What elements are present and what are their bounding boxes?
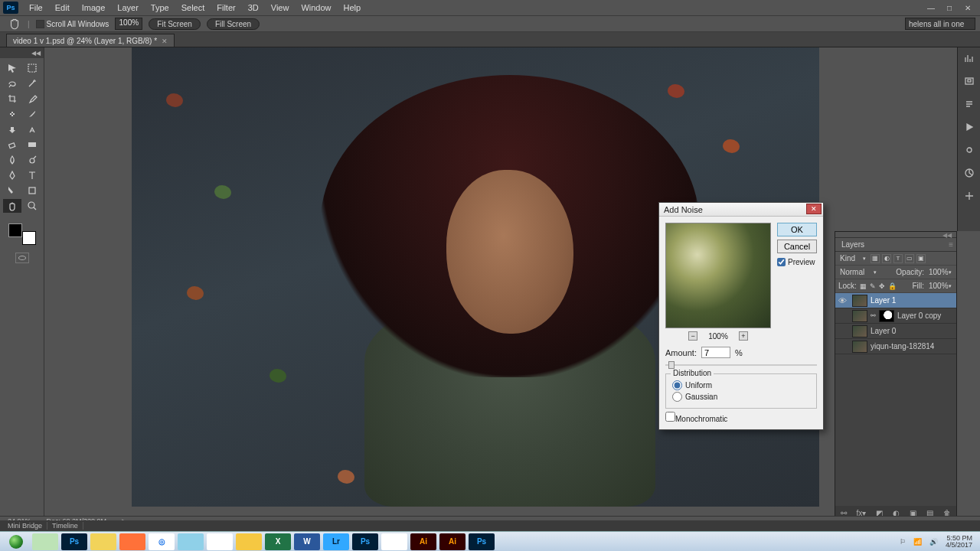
menu-layer[interactable]: Layer <box>111 2 145 14</box>
layer-item[interactable]: Layer 0 <box>835 324 956 339</box>
cancel-button[interactable]: Cancel <box>777 240 817 253</box>
preview-checkbox[interactable]: Preview <box>777 258 817 266</box>
taskbar-app[interactable]: Ps <box>61 533 87 550</box>
tray-network-icon[interactable]: 📶 <box>913 538 922 546</box>
adjust-icon[interactable] <box>963 167 975 179</box>
pen-tool[interactable] <box>3 168 21 182</box>
timeline-tab[interactable]: Timeline <box>47 522 83 530</box>
taskbar-app[interactable] <box>207 533 233 550</box>
gradient-tool[interactable] <box>23 138 41 152</box>
ok-button[interactable]: OK <box>777 223 817 236</box>
healing-tool[interactable] <box>3 107 21 121</box>
zoom-input[interactable]: 100% <box>115 18 142 30</box>
layer-kind-select[interactable]: Kind▾ <box>838 254 867 262</box>
layer-item[interactable]: yiqun-tang-182814 <box>835 339 956 354</box>
zoom-in-button[interactable]: + <box>739 331 748 341</box>
menu-filter[interactable]: Filter <box>211 2 241 14</box>
brush-tool[interactable] <box>23 107 41 121</box>
lock-pos-icon[interactable]: ✥ <box>879 282 885 290</box>
tray-flag-icon[interactable]: ⚐ <box>900 538 906 546</box>
marquee-tool[interactable] <box>23 61 41 75</box>
document-tab[interactable]: video 1 v 1.psd @ 24% (Layer 1, RGB/8) *… <box>6 34 175 47</box>
zoom-tool[interactable] <box>23 199 41 213</box>
navigator-icon[interactable] <box>963 75 975 87</box>
menu-type[interactable]: Type <box>145 2 175 14</box>
taskbar-app[interactable]: ◎ <box>149 533 175 550</box>
menu-select[interactable]: Select <box>175 2 211 14</box>
stamp-tool[interactable] <box>3 122 21 136</box>
menu-image[interactable]: Image <box>76 2 112 14</box>
start-button[interactable] <box>3 533 29 550</box>
menu-view[interactable]: View <box>265 2 296 14</box>
hand-tool[interactable] <box>3 199 21 213</box>
properties-icon[interactable] <box>963 98 975 110</box>
fill-screen-button[interactable]: Fill Screen <box>207 18 260 30</box>
lock-trans-icon[interactable]: ▦ <box>860 282 867 290</box>
filter-pixel-icon[interactable]: ▦ <box>871 254 880 263</box>
preview-thumbnail[interactable] <box>665 223 771 328</box>
lasso-tool[interactable] <box>3 77 21 90</box>
maximize-button[interactable]: □ <box>940 2 959 14</box>
layer-thumbnail[interactable] <box>852 295 867 307</box>
lock-paint-icon[interactable]: ✎ <box>870 282 876 290</box>
rectangle-tool[interactable] <box>23 184 41 197</box>
layer-thumbnail[interactable] <box>852 325 867 337</box>
amount-slider[interactable] <box>665 361 817 369</box>
menu-window[interactable]: Window <box>295 2 337 14</box>
eyedropper-tool[interactable] <box>23 92 41 106</box>
extra-icon[interactable] <box>963 190 975 202</box>
menu-help[interactable]: Help <box>338 2 368 14</box>
taskbar-app[interactable] <box>90 533 116 550</box>
menu-3d[interactable]: 3D <box>242 2 265 14</box>
taskbar-app[interactable] <box>236 533 262 550</box>
fit-screen-button[interactable]: Fit Screen <box>149 18 201 30</box>
panel-collapse-icon[interactable]: ◀◀ <box>942 232 952 237</box>
taskbar-app[interactable] <box>381 533 407 550</box>
taskbar-app[interactable]: X <box>265 533 291 550</box>
workspace-select[interactable]: helens all in one <box>905 18 975 30</box>
scroll-all-windows-checkbox[interactable]: Scroll All Windows <box>36 20 109 28</box>
taskbar-app[interactable] <box>32 533 58 550</box>
layers-tab[interactable]: Layers≡ <box>835 238 956 252</box>
toolbox-collapse-icon[interactable]: ◀◀ <box>31 50 41 57</box>
menu-edit[interactable]: Edit <box>49 2 76 14</box>
taskbar-app[interactable] <box>119 533 145 550</box>
dialog-titlebar[interactable]: Add Noise ✕ <box>659 203 823 217</box>
filter-shape-icon[interactable]: ▭ <box>905 254 914 263</box>
amount-input[interactable] <box>701 347 730 358</box>
uniform-radio[interactable]: Uniform <box>672 380 810 390</box>
taskbar-clock[interactable]: 5:50 PM4/5/2017 <box>946 535 972 549</box>
opacity-input[interactable]: 100%▾ <box>927 268 953 276</box>
type-tool[interactable] <box>23 168 41 182</box>
blend-mode-select[interactable]: Normal▾ <box>838 268 878 276</box>
dialog-close-button[interactable]: ✕ <box>806 204 822 214</box>
taskbar-app[interactable]: Ps <box>469 533 495 550</box>
taskbar-app[interactable]: Lr <box>323 533 349 550</box>
layer-item[interactable]: 👁Layer 1 <box>835 293 956 308</box>
taskbar-app[interactable]: Ps <box>352 533 378 550</box>
crop-tool[interactable] <box>3 92 21 106</box>
tray-volume-icon[interactable]: 🔊 <box>929 538 938 546</box>
mini-bridge-tab[interactable]: Mini Bridge <box>3 522 47 530</box>
dodge-tool[interactable] <box>23 153 41 167</box>
quick-select-tool[interactable] <box>23 77 41 90</box>
layer-thumbnail[interactable] <box>852 310 867 322</box>
taskbar-app[interactable]: Ai <box>410 533 436 550</box>
quick-mask-icon[interactable] <box>15 253 29 263</box>
fill-input[interactable]: 100%▾ <box>927 282 953 290</box>
gaussian-radio[interactable]: Gaussian <box>672 392 810 402</box>
filter-type-icon[interactable]: T <box>893 254 903 263</box>
path-select-tool[interactable] <box>3 184 21 197</box>
move-tool[interactable] <box>3 61 21 75</box>
lock-all-icon[interactable]: 🔒 <box>888 282 897 290</box>
taskbar-app[interactable]: W <box>294 533 320 550</box>
minimize-button[interactable]: — <box>922 2 940 14</box>
filter-smart-icon[interactable]: ▣ <box>916 254 926 263</box>
filter-adjust-icon[interactable]: ◐ <box>882 254 891 263</box>
blur-tool[interactable] <box>3 153 21 167</box>
eraser-tool[interactable] <box>3 138 21 152</box>
link-icon[interactable] <box>963 144 975 156</box>
monochromatic-checkbox[interactable]: Monochromatic <box>665 412 727 423</box>
close-button[interactable]: ✕ <box>959 2 977 14</box>
layer-thumbnail[interactable] <box>852 341 867 353</box>
